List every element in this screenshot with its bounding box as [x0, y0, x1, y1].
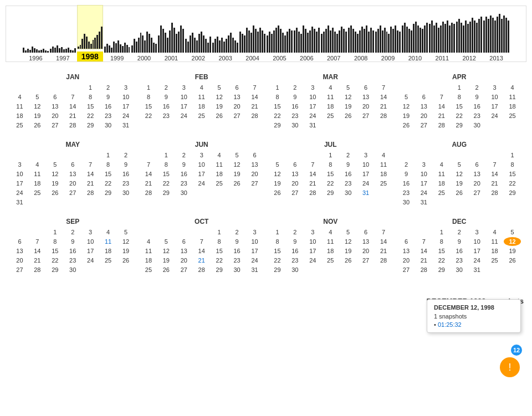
cal-day[interactable]: 17: [82, 246, 99, 255]
cal-day[interactable]: 17: [415, 179, 432, 188]
cal-day[interactable]: 27: [228, 111, 245, 120]
cal-day[interactable]: 18: [100, 246, 117, 255]
year-group-1997[interactable]: 1997: [50, 8, 76, 61]
cal-day[interactable]: 10: [468, 237, 485, 246]
cal-day[interactable]: 15: [433, 246, 450, 255]
cal-day[interactable]: 30: [228, 265, 245, 274]
cal-day[interactable]: 30: [175, 188, 192, 197]
cal-day[interactable]: 29: [504, 188, 521, 197]
cal-day[interactable]: 23: [398, 188, 415, 197]
cal-day[interactable]: 9: [468, 93, 485, 101]
cal-day[interactable]: 20: [398, 256, 415, 265]
cal-day[interactable]: 21: [375, 102, 392, 111]
cal-day[interactable]: 31: [11, 198, 28, 207]
cal-day[interactable]: 27: [47, 121, 64, 130]
cal-day[interactable]: 10: [11, 170, 28, 178]
cal-day[interactable]: 29: [433, 265, 450, 274]
cal-day[interactable]: 18: [322, 102, 339, 111]
year-group-2007[interactable]: 2007: [321, 8, 347, 61]
cal-day[interactable]: 3: [304, 83, 321, 92]
cal-day[interactable]: 23: [287, 256, 304, 265]
cal-day[interactable]: 12: [340, 237, 357, 246]
cal-day[interactable]: 3: [117, 83, 135, 92]
cal-day[interactable]: 29: [451, 121, 468, 130]
cal-day[interactable]: 24: [11, 188, 28, 197]
year-group-2013[interactable]: 2013: [483, 8, 509, 61]
cal-day[interactable]: 24: [304, 256, 321, 265]
year-group-2002[interactable]: 2002: [185, 8, 211, 61]
cal-day[interactable]: 25: [375, 179, 392, 188]
cal-day[interactable]: 4: [211, 151, 228, 160]
cal-day[interactable]: 12: [211, 93, 228, 101]
cal-day[interactable]: 1: [211, 228, 228, 237]
cal-day[interactable]: 14: [140, 170, 157, 178]
cal-day[interactable]: 5: [340, 83, 357, 92]
cal-day[interactable]: 30: [100, 121, 117, 130]
cal-day[interactable]: 31: [415, 198, 432, 207]
cal-day[interactable]: 17: [304, 102, 321, 111]
cal-day[interactable]: 19: [211, 102, 228, 111]
cal-day[interactable]: 25: [504, 111, 521, 120]
cal-day[interactable]: 14: [375, 237, 392, 246]
cal-day[interactable]: 8: [100, 160, 117, 169]
cal-day[interactable]: 5: [157, 237, 175, 246]
cal-day[interactable]: 3: [415, 160, 432, 169]
cal-day[interactable]: 12: [29, 102, 46, 111]
cal-day[interactable]: 6: [415, 93, 432, 101]
cal-day[interactable]: 6: [468, 160, 485, 169]
year-group-2003[interactable]: 2003: [212, 8, 238, 61]
cal-day[interactable]: 21: [29, 256, 46, 265]
cal-day[interactable]: 31: [468, 265, 485, 274]
cal-day[interactable]: 24: [117, 111, 135, 120]
cal-day[interactable]: 14: [415, 246, 432, 255]
cal-day[interactable]: 26: [398, 121, 415, 130]
year-group-2001[interactable]: 2001: [158, 8, 184, 61]
cal-day[interactable]: 4: [140, 237, 157, 246]
cal-day[interactable]: 8: [451, 93, 468, 101]
cal-day[interactable]: 25: [11, 121, 28, 130]
cal-day[interactable]: 24: [486, 111, 503, 120]
cal-day[interactable]: 5: [269, 160, 286, 169]
cal-day[interactable]: 6: [357, 83, 375, 92]
cal-day[interactable]: 2: [228, 228, 245, 237]
cal-day[interactable]: 19: [29, 111, 46, 120]
cal-day[interactable]: 6: [175, 237, 192, 246]
cal-day[interactable]: 26: [157, 265, 175, 274]
cal-day[interactable]: 7: [304, 160, 321, 169]
cal-day[interactable]: 9: [451, 237, 468, 246]
cal-day[interactable]: 19: [157, 256, 175, 265]
cal-day[interactable]: 13: [64, 170, 81, 178]
cal-day[interactable]: 23: [64, 256, 81, 265]
year-group-2009[interactable]: 2009: [375, 8, 401, 61]
cal-day[interactable]: 17: [486, 102, 503, 111]
cal-day[interactable]: 6: [357, 228, 375, 237]
cal-day[interactable]: 24: [246, 256, 263, 265]
cal-day[interactable]: 30: [398, 198, 415, 207]
cal-day[interactable]: 21: [375, 246, 392, 255]
cal-day[interactable]: 27: [468, 188, 485, 197]
cal-day[interactable]: 27: [398, 265, 415, 274]
cal-day[interactable]: 15: [322, 170, 339, 178]
cal-day[interactable]: 15: [47, 246, 64, 255]
cal-day[interactable]: 13: [357, 93, 375, 101]
cal-day[interactable]: 4: [375, 151, 392, 160]
cal-day[interactable]: 8: [211, 237, 228, 246]
cal-day[interactable]: 16: [340, 170, 357, 178]
cal-day[interactable]: 22: [47, 256, 64, 265]
cal-day[interactable]: 21: [64, 111, 81, 120]
cal-day[interactable]: 25: [100, 256, 117, 265]
cal-day[interactable]: 22: [140, 111, 157, 120]
cal-day[interactable]: 17: [468, 246, 485, 255]
year-group-1999[interactable]: 1999: [104, 8, 130, 61]
cal-day[interactable]: 1: [322, 151, 339, 160]
cal-day[interactable]: 10: [82, 237, 99, 246]
cal-day[interactable]: 20: [415, 111, 432, 120]
cal-day[interactable]: 23: [468, 111, 485, 120]
cal-day[interactable]: 5: [117, 228, 135, 237]
cal-day[interactable]: 16: [287, 246, 304, 255]
cal-day[interactable]: 22: [157, 179, 175, 188]
cal-day[interactable]: 12: [398, 102, 415, 111]
year-group-2000[interactable]: 2000: [131, 8, 157, 61]
cal-day[interactable]: 6: [47, 93, 64, 101]
cal-day[interactable]: 7: [415, 237, 432, 246]
